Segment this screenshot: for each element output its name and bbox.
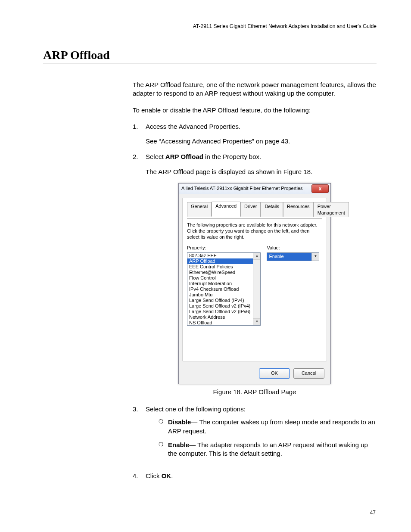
property-list-item[interactable]: 802.3az EEE [187, 253, 260, 258]
running-header: AT-2911 Series Gigabit Ethernet Network … [43, 23, 377, 29]
tab-details[interactable]: Details [261, 202, 283, 217]
properties-dialog: Allied Telesis AT-2911xx Gigabit Fiber E… [178, 183, 331, 384]
property-label: Property: [187, 245, 261, 251]
bullet-icon: ❍ [159, 418, 168, 436]
dialog-tabs: General Advanced Driver Details Resource… [187, 202, 322, 217]
property-list-item[interactable]: Large Send Offload v2 (IPv4) [187, 303, 260, 309]
scroll-down-icon[interactable]: ▼ [253, 318, 260, 325]
scrollbar[interactable]: ▲ ▼ [253, 253, 260, 325]
dialog-instruction: The following properties are available f… [187, 222, 322, 240]
step-1-number: 1. [133, 122, 146, 146]
chevron-down-icon[interactable]: ▼ [311, 253, 319, 261]
property-list-item[interactable]: IPv4 Checksum Offload [187, 286, 260, 292]
value-label: Value: [267, 245, 322, 251]
scroll-up-icon[interactable]: ▲ [253, 253, 260, 260]
property-list-item[interactable]: NS Offload [187, 320, 260, 326]
step-1-subtext: See “Accessing Advanced Properties” on p… [146, 137, 377, 146]
step-2-pre: Select [146, 153, 165, 160]
option-enable-label: Enable [168, 441, 189, 448]
property-list-item[interactable]: EEE Control Policies [187, 264, 260, 270]
property-listbox[interactable]: 802.3az EEEARP OffloadEEE Control Polici… [187, 252, 261, 326]
step-2-number: 2. [133, 152, 146, 176]
tab-general[interactable]: General [187, 202, 212, 217]
figure-caption: Figure 18. ARP Offload Page [133, 388, 377, 396]
cancel-button[interactable]: Cancel [293, 368, 324, 379]
option-enable-text: — The adapter responds to an ARP request… [168, 441, 368, 457]
intro-paragraph-2: To enable or disable the ARP Offload fea… [133, 106, 377, 115]
tab-advanced[interactable]: Advanced [212, 202, 240, 217]
option-disable-text: — The computer wakes up from sleep mode … [168, 418, 375, 434]
figure-wrap: Allied Telesis AT-2911xx Gigabit Fiber E… [133, 183, 377, 384]
dialog-title: Allied Telesis AT-2911xx Gigabit Fiber E… [181, 185, 311, 192]
step-2-post: in the Property box. [203, 153, 261, 160]
ok-button[interactable]: OK [259, 368, 290, 379]
tab-power-management[interactable]: Power Management [314, 202, 349, 217]
property-list-item[interactable]: Network Address [187, 314, 260, 320]
step-4-bold: OK [162, 472, 171, 479]
step-4-number: 4. [133, 472, 146, 480]
step-4-pre: Click [146, 472, 162, 479]
step-1-text: Access the Advanced Properties. [146, 123, 240, 130]
property-list-item[interactable]: ARP Offload [187, 258, 260, 264]
property-list-item[interactable]: Jumbo Mtu [187, 292, 260, 298]
tab-driver[interactable]: Driver [240, 202, 261, 217]
tab-resources[interactable]: Resources [283, 202, 314, 217]
option-disable-label: Disable [168, 418, 191, 426]
property-list-item[interactable]: Ethernet@WireSpeed [187, 270, 260, 275]
value-dropdown[interactable]: Enable ▼ [267, 252, 319, 261]
property-list-item[interactable]: Interrupt Moderation [187, 281, 260, 286]
page-number: 47 [370, 510, 376, 516]
intro-paragraph-1: The ARP Offload feature, one of the netw… [133, 81, 377, 98]
step-3-number: 3. [133, 405, 146, 465]
property-list-item[interactable]: Flow Control [187, 275, 260, 281]
step-2-subtext: The ARP Offload page is displayed as sho… [146, 168, 377, 176]
bullet-icon: ❍ [159, 441, 168, 458]
step-2-bold: ARP Offload [165, 153, 203, 160]
close-icon[interactable]: x [311, 184, 329, 193]
property-list-item[interactable]: Large Send Offload v2 (IPv6) [187, 309, 260, 314]
section-title: ARP Offload [43, 48, 377, 63]
step-3-text: Select one of the following options: [146, 405, 246, 413]
property-list-item[interactable]: Large Send Offload (IPv4) [187, 298, 260, 303]
step-4-post: . [171, 472, 173, 479]
value-dropdown-text: Enable [267, 253, 311, 261]
